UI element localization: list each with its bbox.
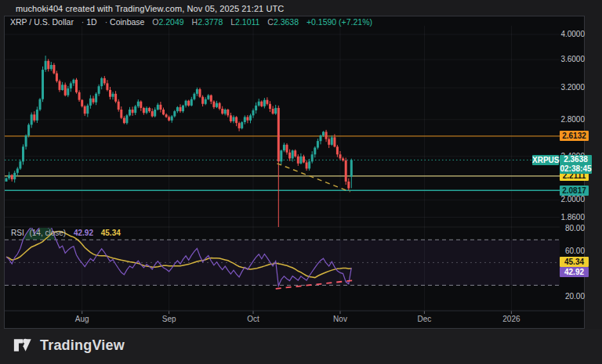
time-axis-label: Sep xyxy=(152,315,187,323)
low-value: 2.1011 xyxy=(235,17,259,27)
high-value: 2.3778 xyxy=(198,17,223,27)
attribution-bar: muchoki404 created with TradingView.com,… xyxy=(16,2,284,15)
price-axis-label: 3.2000 xyxy=(553,83,585,92)
rsi-ma-value: 45.34 xyxy=(101,229,121,237)
price-axis-label: 1.8600 xyxy=(553,213,585,222)
separator: · xyxy=(105,17,108,27)
price-axis-label: 4.0000 xyxy=(553,30,585,39)
rsi-ma-badge: 45.34 xyxy=(560,257,589,267)
price-axis-label: 3.6000 xyxy=(553,55,585,64)
rsi-params: (14, close) xyxy=(29,229,66,237)
symbol-header[interactable]: XRP / U.S. Dollar · 1D · Coinbase O2.204… xyxy=(10,17,372,27)
tradingview-logo-text: TradingView xyxy=(40,337,125,354)
open-value: 2.2049 xyxy=(159,17,184,27)
rsi-axis-label: 80.00 xyxy=(553,224,585,233)
rsi-axis-label: 20.00 xyxy=(553,292,585,301)
exchange-label: Coinbase xyxy=(110,17,144,27)
current-price-badge: 2.363802:38:45 xyxy=(560,155,592,174)
time-axis-label: Oct xyxy=(236,315,270,323)
rsi-axis-label: 60.00 xyxy=(553,247,585,256)
open-key: O xyxy=(152,17,158,27)
price-axis-label: 2.8000 xyxy=(553,115,585,124)
time-axis-label: Dec xyxy=(407,315,441,323)
close-value: 2.3638 xyxy=(274,17,299,27)
symbol-price-chip: XRPUSD xyxy=(532,155,559,165)
tradingview-logo[interactable]: TradingView xyxy=(13,336,125,355)
rsi-legend[interactable]: RSI (14, close) 42.92 45.34 xyxy=(11,229,121,238)
tradingview-logo-icon xyxy=(13,336,34,355)
close-key: C xyxy=(267,17,274,27)
rsi-title: RSI xyxy=(11,229,24,237)
change-value: +0.1590 (+7.21%) xyxy=(306,17,372,27)
current-price-value: 2.3638 xyxy=(560,155,592,164)
time-axis-label: Aug xyxy=(65,315,100,323)
price-axis-label: 2.0000 xyxy=(553,195,585,204)
price-line-badge: 2.6132 xyxy=(560,131,589,141)
rsi-value-badge: 42.92 xyxy=(560,267,589,277)
rsi-value: 42.92 xyxy=(74,229,93,237)
bottom-strip: TradingView xyxy=(0,329,602,364)
interval-label: 1D xyxy=(86,17,96,27)
bar-countdown: 02:38:45 xyxy=(560,164,592,174)
price-line-badge: 2.0817 xyxy=(560,186,589,196)
time-axis-label: Nov xyxy=(323,315,357,323)
time-axis-label: 2026 xyxy=(494,315,528,323)
separator: · xyxy=(82,17,85,27)
chart-canvas[interactable] xyxy=(0,0,602,364)
tradingview-snapshot: muchoki404 created with TradingView.com,… xyxy=(0,0,602,364)
symbol-title: XRP / U.S. Dollar xyxy=(10,17,74,27)
